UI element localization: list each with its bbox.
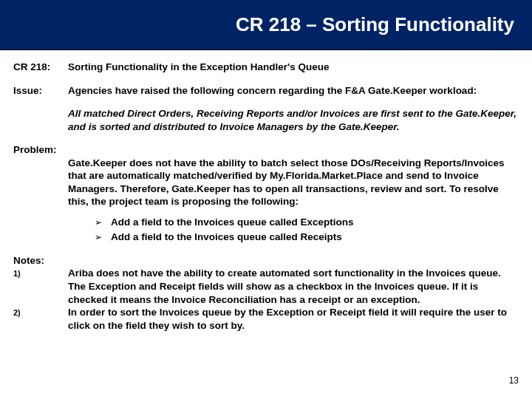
issue-text: Agencies have raised the following conce… xyxy=(68,84,519,98)
issue-label: Issue: xyxy=(13,84,68,98)
list-item: ➢ Add a field to the Invoices queue call… xyxy=(95,231,519,244)
note-text: Ariba does not have the ability to creat… xyxy=(68,267,519,306)
problem-text: Gate.Keeper does not have the ability to… xyxy=(13,157,519,208)
bullet-text: Add a field to the Invoices queue called… xyxy=(111,231,342,244)
issue-detail: All matched Direct Orders, Receiving Rep… xyxy=(68,107,519,133)
arrow-icon: ➢ xyxy=(95,231,111,244)
note-number: 1) xyxy=(13,267,68,306)
slide-body: CR 218: Sorting Functionality in the Exc… xyxy=(0,50,532,332)
cr-text: Sorting Functionality in the Exception H… xyxy=(68,61,519,74)
cr-label: CR 218: xyxy=(13,61,68,74)
cr-header-row: CR 218: Sorting Functionality in the Exc… xyxy=(13,61,519,74)
spacer xyxy=(13,107,68,133)
page-number: 13 xyxy=(509,375,519,386)
note-text: In order to sort the Invoices queue by t… xyxy=(68,306,519,332)
notes-label: Notes: xyxy=(13,254,519,267)
issue-row: Issue: Agencies have raised the followin… xyxy=(13,84,519,98)
title-bar: CR 218 – Sorting Functionality xyxy=(0,0,532,50)
arrow-icon: ➢ xyxy=(95,216,111,229)
note-row: 2) In order to sort the Invoices queue b… xyxy=(13,306,519,332)
problem-block: Problem: Gate.Keeper does not have the a… xyxy=(13,143,519,208)
slide: CR 218 – Sorting Functionality CR 218: S… xyxy=(0,0,532,399)
notes-block: Notes: 1) Ariba does not have the abilit… xyxy=(13,254,519,332)
bullet-list: ➢ Add a field to the Invoices queue call… xyxy=(13,216,519,244)
list-item: ➢ Add a field to the Invoices queue call… xyxy=(95,216,519,229)
issue-detail-row: All matched Direct Orders, Receiving Rep… xyxy=(13,107,519,133)
note-number: 2) xyxy=(13,306,68,332)
note-row: 1) Ariba does not have the ability to cr… xyxy=(13,267,519,306)
slide-title: CR 218 – Sorting Functionality xyxy=(236,13,514,36)
problem-label: Problem: xyxy=(13,143,519,157)
bullet-text: Add a field to the Invoices queue called… xyxy=(111,216,354,229)
